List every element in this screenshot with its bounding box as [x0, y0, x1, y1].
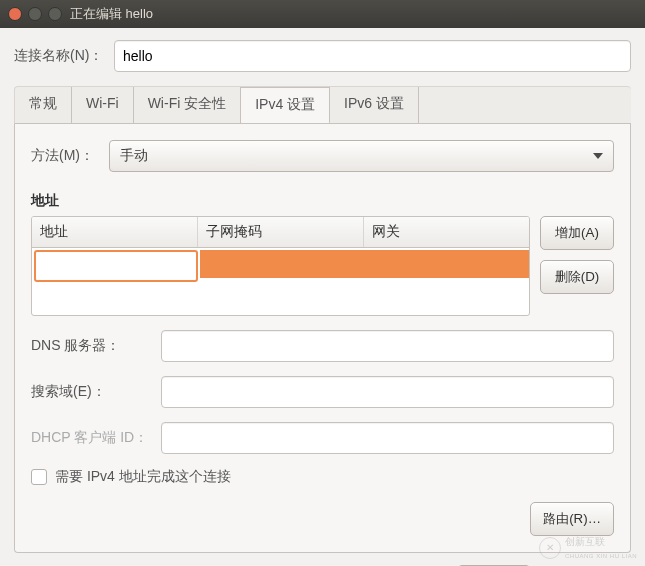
col-gateway: 网关 [364, 217, 529, 247]
tabs: 常规 Wi-Fi Wi-Fi 安全性 IPv4 设置 IPv6 设置 [14, 86, 631, 124]
search-domain-label: 搜索域(E)： [31, 383, 161, 401]
table-header: 地址 子网掩码 网关 [32, 217, 529, 248]
minimize-icon[interactable] [28, 7, 42, 21]
addresses-section: 地址 地址 子网掩码 网关 增加(A) 删除(D) [31, 192, 614, 316]
tab-panel-ipv4: 方法(M)： 手动 地址 地址 子网掩码 网关 [14, 124, 631, 553]
dns-label: DNS 服务器： [31, 337, 161, 355]
delete-button[interactable]: 删除(D) [540, 260, 614, 294]
window-buttons [8, 7, 62, 21]
chevron-down-icon [593, 153, 603, 159]
addresses-section-label: 地址 [31, 192, 614, 210]
method-select[interactable]: 手动 [109, 140, 614, 172]
window-title: 正在编辑 hello [70, 5, 153, 23]
watermark-brand: 创新互联 [565, 536, 605, 547]
main-content: 连接名称(N)： 常规 Wi-Fi Wi-Fi 安全性 IPv4 设置 IPv6… [0, 28, 645, 566]
close-icon[interactable] [8, 7, 22, 21]
require-ipv4-row: 需要 IPv4 地址完成这个连接 [31, 468, 614, 486]
method-label: 方法(M)： [31, 147, 109, 165]
tab-wifi[interactable]: Wi-Fi [72, 87, 134, 123]
routes-button[interactable]: 路由(R)… [530, 502, 614, 536]
row-selection-highlight [200, 250, 529, 278]
require-ipv4-checkbox[interactable] [31, 469, 47, 485]
dhcp-client-label: DHCP 客户端 ID： [31, 429, 161, 447]
address-buttons: 增加(A) 删除(D) [540, 216, 614, 316]
connection-name-row: 连接名称(N)： [14, 40, 631, 72]
dns-row: DNS 服务器： [31, 330, 614, 362]
dhcp-client-input [161, 422, 614, 454]
col-netmask: 子网掩码 [198, 217, 364, 247]
maximize-icon[interactable] [48, 7, 62, 21]
search-domain-input[interactable] [161, 376, 614, 408]
tab-ipv4-settings[interactable]: IPv4 设置 [241, 87, 330, 124]
dns-input[interactable] [161, 330, 614, 362]
connection-name-input[interactable] [114, 40, 631, 72]
routes-row: 路由(R)… [31, 502, 614, 536]
tab-wifi-security[interactable]: Wi-Fi 安全性 [134, 87, 242, 123]
tab-ipv6-settings[interactable]: IPv6 设置 [330, 87, 419, 123]
col-address: 地址 [32, 217, 198, 247]
table-row[interactable] [32, 248, 529, 284]
titlebar: 正在编辑 hello [0, 0, 645, 28]
require-ipv4-label: 需要 IPv4 地址完成这个连接 [55, 468, 231, 486]
tab-general[interactable]: 常规 [15, 87, 72, 123]
addresses-table[interactable]: 地址 子网掩码 网关 [31, 216, 530, 316]
method-selected-value: 手动 [120, 147, 148, 165]
dhcp-client-row: DHCP 客户端 ID： [31, 422, 614, 454]
connection-name-label: 连接名称(N)： [14, 47, 114, 65]
address-cell-editing[interactable] [34, 250, 198, 282]
watermark-sub: CHUANG XIN HU LIAN [565, 553, 637, 559]
watermark: ✕ 创新互联 CHUANG XIN HU LIAN [539, 535, 637, 560]
add-button[interactable]: 增加(A) [540, 216, 614, 250]
watermark-logo-icon: ✕ [539, 537, 561, 559]
search-domain-row: 搜索域(E)： [31, 376, 614, 408]
method-row: 方法(M)： 手动 [31, 140, 614, 172]
